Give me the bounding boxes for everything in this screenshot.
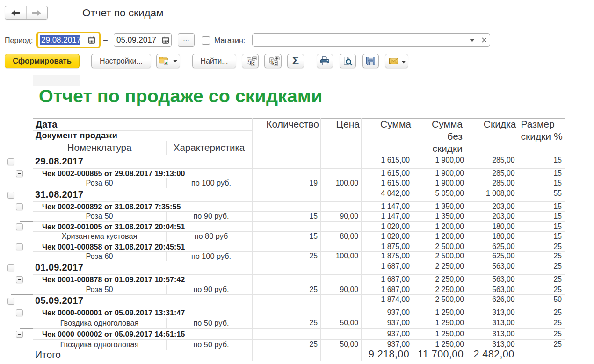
svg-text:C: C (275, 61, 277, 66)
svg-text:C: C (252, 61, 255, 66)
